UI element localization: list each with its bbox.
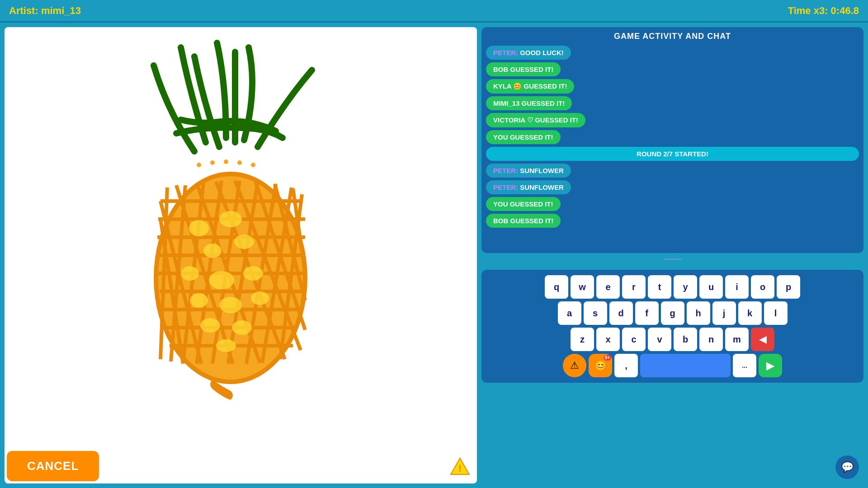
chat-title: GAME ACTIVITY AND CHAT xyxy=(486,32,859,41)
dots-key[interactable]: ... xyxy=(733,354,756,377)
key-p[interactable]: p xyxy=(777,275,800,299)
list-item: PETER: SUNFLOWER xyxy=(486,164,859,178)
svg-point-40 xyxy=(216,339,236,352)
msg-content: SUNFLOWER xyxy=(520,183,564,191)
chat-box: GAME ACTIVITY AND CHAT PETER: GOOD LUCK!… xyxy=(481,27,863,253)
svg-point-32 xyxy=(181,266,199,281)
key-g[interactable]: g xyxy=(661,301,684,325)
key-s[interactable]: s xyxy=(584,301,607,325)
right-panel: GAME ACTIVITY AND CHAT PETER: GOOD LUCK!… xyxy=(481,23,868,488)
svg-point-37 xyxy=(251,291,269,305)
svg-text:!: ! xyxy=(458,463,462,474)
key-o[interactable]: o xyxy=(751,275,774,299)
svg-point-33 xyxy=(209,271,234,289)
key-t[interactable]: t xyxy=(648,275,671,299)
svg-point-28 xyxy=(189,220,209,236)
guessed-bubble: YOU GUESSED IT! xyxy=(486,130,561,144)
list-item: KYLA 😊 GUESSED IT! xyxy=(486,79,859,94)
key-z[interactable]: z xyxy=(571,328,594,351)
key-u[interactable]: u xyxy=(699,275,723,299)
key-a[interactable]: a xyxy=(558,301,581,325)
list-item: ROUND 2/7 STARTED! xyxy=(486,147,859,161)
chat-messages: PETER: GOOD LUCK! BOB GUESSED IT! KYLA 😊… xyxy=(486,46,859,228)
svg-point-31 xyxy=(234,235,254,249)
top-bar: Artist: mimi_13 Time x3: 0:46.8 xyxy=(0,0,868,23)
msg-content: SUNFLOWER xyxy=(520,167,564,174)
list-item: PETER: GOOD LUCK! xyxy=(486,46,859,60)
timer-value: 0:46.8 xyxy=(831,5,859,16)
key-j[interactable]: j xyxy=(712,301,736,325)
key-x[interactable]: x xyxy=(596,328,620,351)
round-banner: ROUND 2/7 STARTED! xyxy=(486,147,859,161)
key-c[interactable]: c xyxy=(622,328,646,351)
artist-prefix: Artist: xyxy=(9,5,38,16)
svg-point-36 xyxy=(219,297,242,313)
key-n[interactable]: n xyxy=(699,328,723,351)
chat-bubble-icon[interactable]: 💬 xyxy=(835,455,859,479)
keyboard-area: q w e r t y u i o p a s d f g xyxy=(481,270,863,383)
key-d[interactable]: d xyxy=(609,301,633,325)
artist-label: Artist: mimi_13 xyxy=(9,5,81,17)
guessed-bubble: YOU GUESSED IT! xyxy=(486,197,561,211)
key-l[interactable]: l xyxy=(764,301,788,325)
guessed-bubble: BOB GUESSED IT! xyxy=(486,214,561,228)
svg-point-35 xyxy=(190,293,208,308)
badge-count: 9+ xyxy=(604,355,611,361)
timer-prefix: Time x3: xyxy=(788,5,828,16)
svg-point-46 xyxy=(251,163,255,167)
key-h[interactable]: h xyxy=(687,301,710,325)
key-w[interactable]: w xyxy=(571,275,594,299)
key-i[interactable]: i xyxy=(725,275,749,299)
submit-button[interactable]: ▶ xyxy=(759,354,782,377)
svg-point-39 xyxy=(232,320,252,335)
svg-point-30 xyxy=(203,244,222,258)
key-e[interactable]: e xyxy=(596,275,620,299)
space-key[interactable] xyxy=(640,354,731,377)
svg-point-45 xyxy=(237,160,242,165)
guessed-bubble: BOB GUESSED IT! xyxy=(486,62,561,76)
emoji-button[interactable]: ⚠ xyxy=(563,354,586,377)
msg-sender: PETER: xyxy=(493,49,518,56)
comma-key[interactable]: , xyxy=(614,354,638,377)
guessed-bubble: MIMI_13 GUESSED IT! xyxy=(486,96,572,110)
drawing-canvas[interactable]: ! xyxy=(5,27,477,483)
list-item: BOB GUESSED IT! xyxy=(486,214,859,228)
pineapple-svg xyxy=(5,27,477,483)
keyboard-row-1: q w e r t y u i o p xyxy=(485,275,860,299)
timer-label: Time x3: 0:46.8 xyxy=(788,5,859,17)
backspace-key[interactable]: ◀ xyxy=(751,328,774,351)
keyboard-row-bottom: ⚠ 😊 9+ , ... ▶ xyxy=(485,354,860,377)
list-item: VICTORIA ♡ GUESSED IT! xyxy=(486,113,859,127)
key-r[interactable]: r xyxy=(622,275,646,299)
divider xyxy=(664,258,682,260)
key-q[interactable]: q xyxy=(545,275,568,299)
list-item: YOU GUESSED IT! xyxy=(486,197,859,211)
key-b[interactable]: b xyxy=(674,328,697,351)
msg-content: GOOD LUCK! xyxy=(520,49,564,56)
cancel-button[interactable]: CANCEL xyxy=(7,451,99,481)
key-k[interactable]: k xyxy=(738,301,762,325)
svg-point-34 xyxy=(243,266,263,281)
svg-point-43 xyxy=(210,160,215,165)
key-m[interactable]: m xyxy=(725,328,749,351)
list-item: BOB GUESSED IT! xyxy=(486,62,859,76)
badge-button[interactable]: 😊 9+ xyxy=(589,354,612,377)
msg-sender: PETER: xyxy=(493,183,518,191)
key-v[interactable]: v xyxy=(648,328,671,351)
keyboard-row-2: a s d f g h j k l xyxy=(485,301,860,325)
msg-sender: PETER: xyxy=(493,167,518,174)
main-layout: ! GAME ACTIVITY AND CHAT PETER: GOOD LUC… xyxy=(0,23,868,488)
list-item: MIMI_13 GUESSED IT! xyxy=(486,96,859,110)
guessed-bubble: VICTORIA ♡ GUESSED IT! xyxy=(486,113,585,127)
warning-icon[interactable]: ! xyxy=(450,456,470,477)
list-item: YOU GUESSED IT! xyxy=(486,130,859,144)
chat-icon: 💬 xyxy=(841,461,854,473)
guessed-bubble: KYLA 😊 GUESSED IT! xyxy=(486,79,574,94)
key-y[interactable]: y xyxy=(674,275,697,299)
key-f[interactable]: f xyxy=(635,301,659,325)
svg-point-29 xyxy=(219,211,242,227)
artist-name: mimi_13 xyxy=(41,5,81,16)
svg-point-44 xyxy=(224,160,228,164)
list-item: PETER: SUNFLOWER xyxy=(486,180,859,194)
svg-point-38 xyxy=(200,318,220,333)
